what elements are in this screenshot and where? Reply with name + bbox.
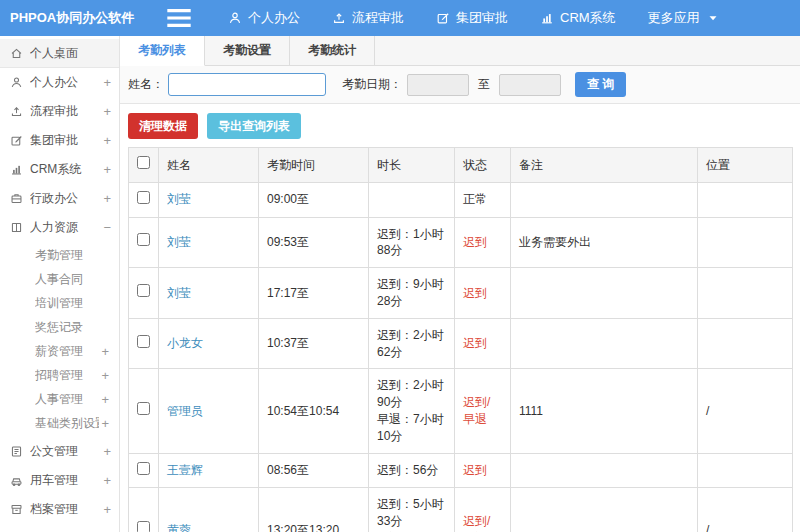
employee-name-link[interactable]: 刘莹	[167, 235, 191, 249]
cell-status: 迟到	[455, 217, 511, 268]
sidebar-subitem[interactable]: 薪资管理+	[0, 339, 119, 363]
tab-1[interactable]: 考勤设置	[205, 36, 290, 65]
cell-location: /	[698, 369, 793, 453]
row-checkbox[interactable]	[137, 233, 150, 246]
expand-toggle-icon: +	[101, 162, 111, 177]
status-badge: 迟到	[463, 235, 487, 249]
topnav-item[interactable]: 集团审批	[420, 0, 524, 36]
sidebar-item-label: 行政办公	[30, 190, 101, 207]
query-button[interactable]: 查 询	[575, 72, 626, 97]
sidebar-item[interactable]: 流程审批+	[0, 97, 119, 126]
to-label: 至	[478, 76, 490, 93]
employee-name-link[interactable]: 王壹辉	[167, 463, 203, 477]
cell-duration: 迟到：5小时33分早退：4小时67分	[369, 488, 455, 532]
cell-location	[698, 318, 793, 369]
clear-data-button[interactable]: 清理数据	[128, 113, 198, 139]
row-checkbox[interactable]	[137, 335, 150, 348]
status-badge: 迟到	[463, 336, 487, 350]
row-checkbox[interactable]	[137, 462, 150, 475]
cell-remark	[511, 488, 698, 532]
sidebar-item[interactable]: 个人桌面	[0, 39, 119, 68]
employee-name-link[interactable]: 刘莹	[167, 192, 191, 206]
table-body: 刘莹09:00至正常刘莹09:53至迟到：1小时88分迟到业务需要外出刘莹17:…	[129, 182, 793, 532]
topnav-item[interactable]: 更多应用	[632, 0, 736, 36]
sidebar-subitem[interactable]: 培训管理	[0, 291, 119, 315]
column-header-remark: 备注	[511, 148, 698, 183]
briefcase-icon	[10, 192, 23, 205]
expand-toggle-icon: +	[101, 502, 111, 517]
user-icon	[228, 11, 242, 25]
employee-name-link[interactable]: 刘莹	[167, 286, 191, 300]
expand-toggle-icon: +	[99, 368, 109, 383]
row-checkbox[interactable]	[137, 521, 150, 532]
menu-toggle-icon[interactable]	[162, 0, 196, 36]
cell-name: 黄蓉	[159, 488, 259, 532]
employee-name-link[interactable]: 黄蓉	[167, 523, 191, 532]
sidebar-item[interactable]: 集团审批+	[0, 126, 119, 155]
topnav-item[interactable]: 流程审批	[316, 0, 420, 36]
row-checkbox[interactable]	[137, 191, 150, 204]
cell-status: 迟到/早退	[455, 369, 511, 453]
employee-name-link[interactable]: 管理员	[167, 404, 203, 418]
table-row: 刘莹09:53至迟到：1小时88分迟到业务需要外出	[129, 217, 793, 268]
sidebar-item[interactable]: 个人办公+	[0, 68, 119, 97]
sidebar-item[interactable]: 人力资源−	[0, 213, 119, 242]
sidebar-item-label: CRM系统	[30, 161, 101, 178]
sidebar-subitem-label: 招聘管理	[35, 367, 99, 384]
cell-location: /	[698, 488, 793, 532]
cell-time: 08:56至	[259, 453, 369, 488]
select-all-checkbox[interactable]	[137, 156, 150, 169]
search-bar: 姓名： 考勤日期： 至 查 询	[120, 66, 800, 104]
cell-duration: 迟到：56分	[369, 453, 455, 488]
sidebar-item[interactable]: CRM系统+	[0, 155, 119, 184]
table-row: 黄蓉13:20至13:20迟到：5小时33分早退：4小时67分迟到/早退/	[129, 488, 793, 532]
expand-toggle-icon: +	[99, 344, 109, 359]
sidebar-item[interactable]: 用车管理+	[0, 466, 119, 495]
app-logo: PHPOA协同办公软件	[0, 9, 150, 27]
sidebar-subitem[interactable]: 考勤管理	[0, 243, 119, 267]
column-header-duration: 时长	[369, 148, 455, 183]
duration-line: 迟到：1小时88分	[377, 226, 446, 260]
status-badge: 正常	[463, 192, 487, 206]
sidebar-item[interactable]: 公文管理+	[0, 437, 119, 466]
tab-0[interactable]: 考勤列表	[120, 36, 205, 66]
topnav-item[interactable]: CRM系统	[524, 0, 632, 36]
cell-time: 10:37至	[259, 318, 369, 369]
date-to-input[interactable]	[499, 74, 561, 96]
cell-remark	[511, 453, 698, 488]
topnav-item[interactable]: 个人办公	[212, 0, 316, 36]
row-checkbox-cell	[129, 488, 159, 532]
sidebar-subitem[interactable]: 招聘管理+	[0, 363, 119, 387]
chart-icon	[10, 163, 23, 176]
sidebar-item-label: 档案管理	[30, 501, 101, 518]
duration-line: 迟到：2小时90分	[377, 377, 446, 411]
sidebar-item[interactable]: 项目管理+	[0, 524, 119, 532]
row-checkbox[interactable]	[137, 402, 150, 415]
tab-2[interactable]: 考勤统计	[290, 36, 375, 65]
cell-name: 小龙女	[159, 318, 259, 369]
cell-name: 刘莹	[159, 268, 259, 319]
sidebar-subitem-label: 培训管理	[35, 295, 99, 312]
cell-duration	[369, 182, 455, 217]
duration-line: 迟到：5小时33分	[377, 496, 446, 530]
sidebar-subitem[interactable]: 人事管理+	[0, 387, 119, 411]
sidebar-subitem[interactable]: 奖惩记录	[0, 315, 119, 339]
cell-name: 刘莹	[159, 182, 259, 217]
sidebar-item[interactable]: 档案管理+	[0, 495, 119, 524]
book-icon	[10, 221, 23, 234]
expand-toggle-icon: +	[101, 133, 111, 148]
date-from-input[interactable]	[407, 74, 469, 96]
cell-status: 迟到/早退	[455, 488, 511, 532]
cell-name: 管理员	[159, 369, 259, 453]
row-checkbox[interactable]	[137, 284, 150, 297]
employee-name-link[interactable]: 小龙女	[167, 336, 203, 350]
toolbar: 清理数据 导出查询列表	[120, 104, 800, 147]
export-list-button[interactable]: 导出查询列表	[207, 113, 301, 139]
name-input[interactable]	[168, 73, 326, 96]
sidebar-subitem[interactable]: 人事合同	[0, 267, 119, 291]
expand-toggle-icon: +	[101, 75, 111, 90]
sidebar-item[interactable]: 行政办公+	[0, 184, 119, 213]
sidebar-subitem[interactable]: 基础类别设置+	[0, 411, 119, 435]
status-badge: 迟到/早退	[463, 395, 490, 426]
topnav-item-label: 更多应用	[648, 9, 700, 27]
